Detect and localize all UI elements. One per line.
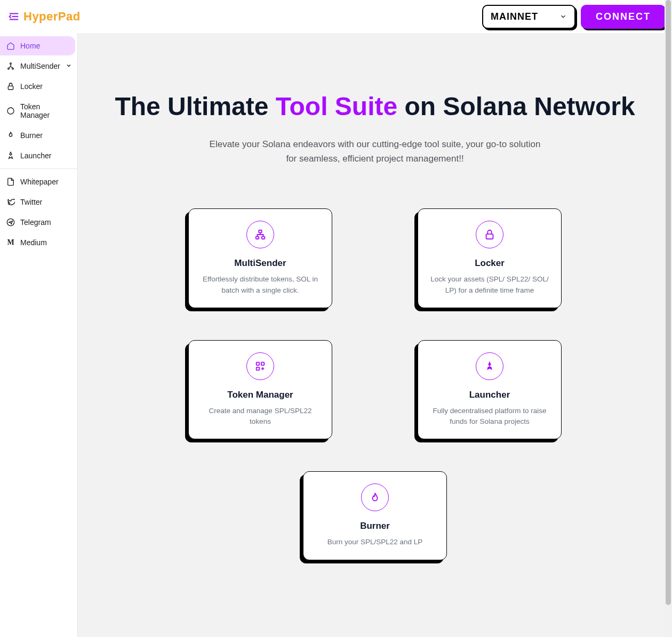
sidebar: Home MultiSender Locker Token Manager Bu…	[0, 33, 78, 637]
network-icon	[246, 221, 274, 248]
logo[interactable]: HyperPad	[23, 10, 81, 23]
sidebar-item-label: Medium	[20, 238, 47, 247]
sidebar-item-medium[interactable]: M Medium	[0, 233, 75, 252]
page-subtitle: Elevate your Solana endeavors with our c…	[204, 137, 546, 166]
card-desc: Burn your SPL/SPL22 and LP	[327, 537, 423, 547]
sidebar-item-burner[interactable]: Burner	[0, 126, 75, 145]
card-title: Burner	[360, 521, 390, 531]
svg-rect-11	[262, 237, 265, 239]
svg-rect-9	[259, 230, 262, 233]
card-title: Locker	[475, 258, 505, 269]
sidebar-item-home[interactable]: Home	[0, 36, 75, 55]
menu-icon	[8, 11, 20, 22]
lock-icon	[6, 82, 15, 91]
sidebar-item-label: MultiSender	[20, 62, 60, 70]
rocket-fill-icon	[476, 352, 503, 380]
chevron-down-icon	[559, 13, 567, 20]
card-multisender[interactable]: MultiSender Effortlessly distribute toke…	[188, 208, 332, 308]
sidebar-item-whitepaper[interactable]: Whitepaper	[0, 172, 75, 191]
sidebar-item-label: Telegram	[20, 218, 51, 227]
title-post: on Solana Network	[397, 92, 635, 120]
sidebar-item-label: Locker	[20, 82, 43, 91]
sidebar-item-label: Burner	[20, 131, 43, 140]
sidebar-item-label: Home	[20, 42, 40, 50]
scrollbar-thumb[interactable]	[666, 0, 671, 605]
sidebar-item-label: Token Manager	[20, 102, 69, 119]
header-right: MAINNET CONNECT	[482, 5, 666, 29]
card-desc: Fully decentralised platform to raise fu…	[428, 406, 551, 428]
document-icon	[6, 178, 15, 186]
rocket-icon	[6, 151, 15, 160]
card-title: MultiSender	[234, 258, 286, 269]
home-icon	[6, 42, 15, 50]
card-desc: Effortlessly distribute tokens, SOL in b…	[198, 274, 322, 296]
card-launcher[interactable]: Launcher Fully decentralised platform to…	[418, 340, 562, 440]
svg-point-5	[12, 68, 14, 69]
card-title: Token Manager	[227, 390, 293, 400]
svg-rect-15	[257, 367, 260, 370]
sidebar-item-label: Launcher	[20, 151, 51, 160]
network-select[interactable]: MAINNET	[482, 5, 575, 29]
network-label: MAINNET	[491, 11, 538, 22]
twitter-icon	[6, 198, 15, 206]
header-left: HyperPad	[6, 9, 81, 24]
multisender-icon	[6, 62, 15, 70]
card-desc: Lock your assets (SPL/ SPL22/ SOL/ LP) f…	[428, 274, 551, 296]
sidebar-item-twitter[interactable]: Twitter	[0, 192, 75, 212]
card-locker[interactable]: Locker Lock your assets (SPL/ SPL22/ SOL…	[418, 208, 562, 308]
sidebar-item-telegram[interactable]: Telegram	[0, 213, 75, 232]
svg-point-3	[10, 63, 12, 64]
svg-rect-13	[257, 362, 260, 366]
sidebar-item-locker[interactable]: Locker	[0, 77, 75, 96]
sidebar-item-token-manager[interactable]: Token Manager	[0, 97, 75, 125]
svg-rect-12	[486, 234, 493, 239]
title-accent: Tool Suite	[276, 92, 397, 120]
cards-grid: MultiSender Effortlessly distribute toke…	[135, 208, 615, 560]
connect-button[interactable]: CONNECT	[581, 5, 666, 29]
sidebar-divider	[0, 168, 77, 169]
svg-rect-6	[8, 86, 13, 90]
token-icon	[6, 107, 15, 115]
medium-icon: M	[6, 238, 15, 247]
chevron-down-icon	[66, 62, 72, 70]
sidebar-item-label: Twitter	[20, 198, 42, 206]
sidebar-item-multisender[interactable]: MultiSender	[0, 57, 75, 76]
main-content: The Ultimate Tool Suite on Solana Networ…	[78, 33, 672, 637]
svg-point-4	[8, 68, 10, 69]
sidebar-item-launcher[interactable]: Launcher	[0, 146, 75, 165]
lock-icon	[476, 221, 503, 248]
fire-icon	[361, 483, 389, 511]
header: HyperPad MAINNET CONNECT	[0, 0, 672, 33]
page-title: The Ultimate Tool Suite on Solana Networ…	[99, 92, 651, 121]
card-token-manager[interactable]: Token Manager Create and manage SPL/SPL2…	[188, 340, 332, 440]
telegram-icon	[6, 218, 15, 227]
sidebar-item-label: Whitepaper	[20, 178, 59, 186]
fire-icon	[6, 131, 15, 140]
svg-rect-10	[256, 237, 259, 239]
svg-point-7	[7, 108, 14, 114]
menu-toggle-button[interactable]	[6, 9, 21, 24]
svg-rect-14	[261, 362, 265, 366]
grid-plus-icon	[246, 352, 274, 380]
title-pre: The Ultimate	[115, 92, 275, 120]
scrollbar[interactable]	[665, 0, 672, 637]
card-burner[interactable]: Burner Burn your SPL/SPL22 and LP	[303, 471, 447, 560]
card-title: Launcher	[469, 390, 510, 400]
card-desc: Create and manage SPL/SPL22 tokens	[198, 406, 322, 428]
